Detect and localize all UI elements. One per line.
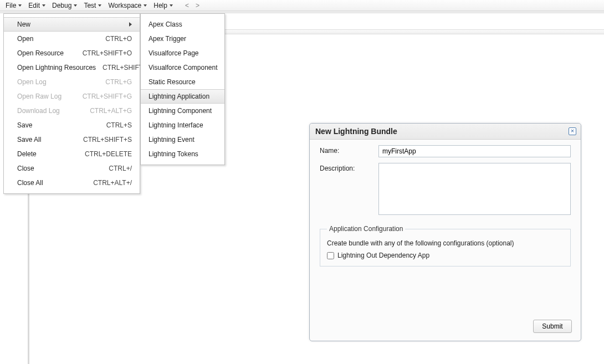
new-lightning-application-label: Lightning Application: [149, 93, 209, 100]
file-menu-save-shortcut: CTRL+S: [106, 121, 132, 129]
application-configuration-legend: Application Configuration: [327, 225, 405, 233]
close-icon: ×: [571, 127, 574, 134]
file-menu-open-resource-shortcut: CTRL+SHIFT+O: [83, 49, 132, 57]
name-row: Name:: [320, 145, 571, 157]
file-menu-close-all-label: Close All: [17, 179, 43, 187]
file-menu-open-raw-log[interactable]: Open Raw Log CTRL+SHIFT+G: [4, 89, 140, 104]
file-menu-open-raw-log-shortcut: CTRL+SHIFT+G: [83, 93, 132, 100]
dialog-body: Name: Description: Application Configura…: [310, 140, 581, 314]
application-configuration-text: Create bundle with any of the following …: [327, 239, 564, 247]
dialog-titlebar: New Lightning Bundle ×: [310, 124, 581, 140]
menu-test-label: Test: [84, 2, 96, 9]
caret-icon: [144, 4, 147, 7]
new-lightning-component-label: Lightning Component: [149, 107, 212, 115]
description-row: Description:: [320, 163, 571, 215]
chevron-right-icon: [129, 22, 132, 27]
new-lightning-event[interactable]: Lightning Event: [141, 132, 224, 147]
menu-edit-label: Edit: [28, 2, 40, 9]
file-menu-delete-label: Delete: [17, 150, 37, 158]
menu-edit[interactable]: Edit: [25, 1, 49, 11]
new-lightning-bundle-dialog: New Lightning Bundle × Name: Description…: [309, 123, 581, 341]
menu-file[interactable]: File: [2, 1, 25, 11]
menu-help-label: Help: [153, 2, 167, 9]
new-apex-class-label: Apex Class: [149, 20, 182, 28]
name-label: Name:: [320, 145, 378, 157]
file-menu-save-label: Save: [17, 121, 32, 129]
new-apex-trigger[interactable]: Apex Trigger: [141, 32, 224, 46]
new-static-resource[interactable]: Static Resource: [141, 75, 224, 89]
new-visualforce-page[interactable]: Visualforce Page: [141, 46, 224, 60]
file-menu-download-log[interactable]: Download Log CTRL+ALT+G: [4, 104, 140, 118]
file-menu-save-all-shortcut: CTRL+SHIFT+S: [83, 136, 132, 143]
new-apex-class[interactable]: Apex Class: [141, 17, 224, 32]
menu-workspace[interactable]: Workspace: [105, 1, 150, 11]
description-input[interactable]: [378, 163, 571, 215]
description-label: Description:: [320, 163, 378, 215]
file-menu-new-label: New: [17, 20, 30, 28]
lightning-out-dependency-label: Lightning Out Dependency App: [337, 252, 429, 259]
file-menu-open-log[interactable]: Open Log CTRL+G: [4, 75, 140, 89]
new-lightning-tokens-label: Lightning Tokens: [149, 150, 198, 158]
menubar: File Edit Debug Test Workspace Help < >: [0, 0, 604, 11]
dialog-close-button[interactable]: ×: [569, 127, 576, 135]
new-lightning-tokens[interactable]: Lightning Tokens: [141, 147, 224, 161]
new-lightning-interface[interactable]: Lightning Interface: [141, 118, 224, 132]
new-visualforce-component-label: Visualforce Component: [149, 64, 218, 71]
chevron-left-icon: <: [185, 2, 189, 9]
chevron-right-icon: >: [196, 2, 199, 9]
dialog-title-text: New Lightning Bundle: [315, 127, 397, 136]
file-menu-open[interactable]: Open CTRL+O: [4, 32, 140, 46]
file-menu-new[interactable]: New: [4, 17, 140, 32]
submit-button[interactable]: Submit: [533, 320, 572, 333]
file-menu-close-all[interactable]: Close All CTRL+ALT+/: [4, 176, 140, 190]
file-menu-open-resource[interactable]: Open Resource CTRL+SHIFT+O: [4, 46, 140, 60]
file-menu-download-log-label: Download Log: [17, 107, 60, 115]
caret-icon: [18, 4, 22, 7]
file-menu-open-resource-label: Open Resource: [17, 49, 64, 57]
lightning-out-dependency-checkbox[interactable]: [327, 252, 334, 259]
file-menu-open-log-label: Open Log: [17, 78, 47, 86]
menu-workspace-label: Workspace: [108, 2, 141, 9]
menu-debug-label: Debug: [52, 2, 71, 9]
new-lightning-component[interactable]: Lightning Component: [141, 104, 224, 118]
new-apex-trigger-label: Apex Trigger: [149, 35, 186, 43]
application-configuration-group: Application Configuration Create bundle …: [320, 225, 571, 266]
file-menu-open-shortcut: CTRL+O: [105, 35, 132, 43]
file-menu-delete-shortcut: CTRL+DELETE: [85, 150, 132, 158]
file-menu-delete[interactable]: Delete CTRL+DELETE: [4, 147, 140, 161]
file-menu-open-lightning-label: Open Lightning Resources: [17, 64, 96, 71]
new-visualforce-component[interactable]: Visualforce Component: [141, 60, 224, 75]
file-menu-open-raw-log-label: Open Raw Log: [17, 93, 62, 100]
file-menu-dropdown: New Open CTRL+O Open Resource CTRL+SHIFT…: [3, 13, 140, 194]
nav-forward-button[interactable]: >: [192, 1, 203, 11]
file-menu-open-lightning[interactable]: Open Lightning Resources CTRL+SHIFT+A: [4, 60, 140, 75]
file-menu-open-log-shortcut: CTRL+G: [105, 78, 132, 86]
menu-test[interactable]: Test: [80, 1, 105, 11]
new-visualforce-page-label: Visualforce Page: [149, 49, 199, 57]
new-lightning-interface-label: Lightning Interface: [149, 121, 203, 129]
menu-file-label: File: [6, 2, 16, 9]
caret-icon: [74, 4, 77, 7]
file-menu-save[interactable]: Save CTRL+S: [4, 118, 140, 132]
new-lightning-application[interactable]: Lightning Application: [141, 89, 224, 104]
name-input[interactable]: [378, 145, 571, 157]
caret-icon: [42, 4, 45, 7]
file-menu-save-all[interactable]: Save All CTRL+SHIFT+S: [4, 132, 140, 147]
file-menu-close-shortcut: CTRL+/: [109, 165, 132, 172]
lightning-out-dependency-row[interactable]: Lightning Out Dependency App: [327, 252, 564, 259]
file-menu-save-all-label: Save All: [17, 136, 41, 143]
file-menu-close-all-shortcut: CTRL+ALT+/: [93, 179, 132, 187]
dialog-footer: Submit: [310, 314, 581, 341]
menu-help[interactable]: Help: [150, 1, 176, 11]
menu-debug[interactable]: Debug: [49, 1, 80, 11]
new-submenu: Apex Class Apex Trigger Visualforce Page…: [140, 13, 225, 165]
file-menu-close[interactable]: Close CTRL+/: [4, 161, 140, 176]
file-menu-close-label: Close: [17, 165, 34, 172]
new-static-resource-label: Static Resource: [149, 78, 196, 86]
file-menu-download-log-shortcut: CTRL+ALT+G: [90, 107, 132, 115]
caret-icon: [170, 4, 173, 7]
new-lightning-event-label: Lightning Event: [149, 136, 194, 143]
nav-back-button[interactable]: <: [182, 1, 192, 11]
caret-icon: [98, 4, 101, 7]
file-menu-open-label: Open: [17, 35, 33, 43]
